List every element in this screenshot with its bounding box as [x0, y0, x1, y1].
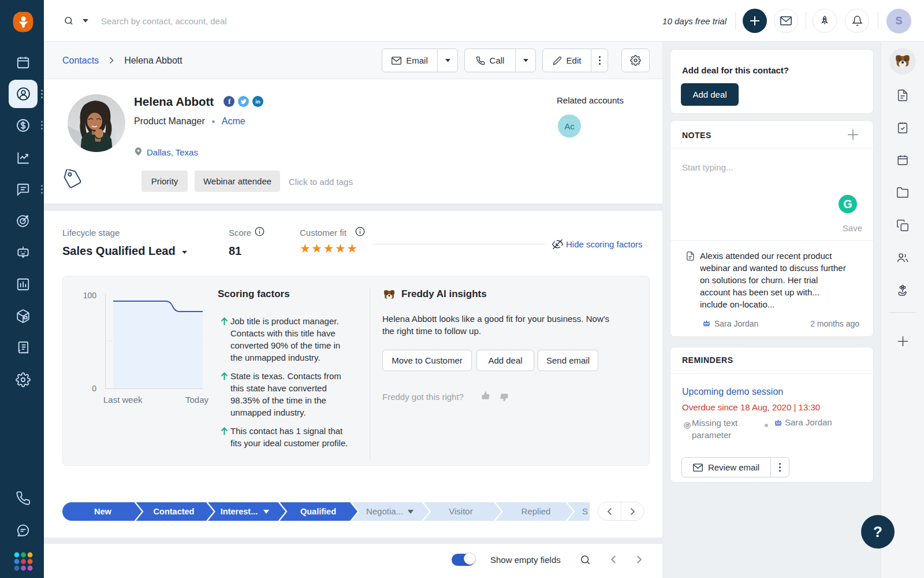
svg-text:Interest...: Interest...	[221, 507, 258, 516]
svg-text:Contacted: Contacted	[154, 507, 195, 516]
svg-text:Negotia...: Negotia...	[366, 506, 403, 516]
svg-text:S: S	[582, 506, 588, 516]
svg-text:Replied: Replied	[521, 506, 551, 516]
svg-text:Visitor: Visitor	[449, 506, 472, 516]
svg-text:in: in	[255, 98, 260, 105]
svg-text:Qualified: Qualified	[300, 507, 336, 516]
svg-text:New: New	[94, 507, 112, 516]
